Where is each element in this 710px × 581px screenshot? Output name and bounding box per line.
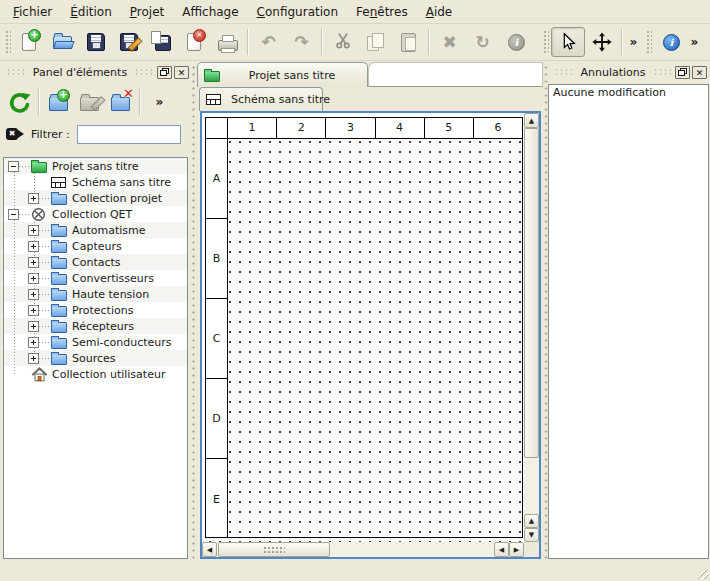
clear-filter-icon[interactable]	[6, 128, 24, 141]
save-as-button[interactable]	[112, 27, 145, 57]
tree-item-semi-conducteurs[interactable]: Semi-conducteurs	[4, 334, 187, 350]
expand-expander-icon[interactable]	[28, 273, 39, 284]
menu-edition[interactable]: Édition	[61, 2, 121, 22]
dock-close-button[interactable]	[174, 66, 189, 79]
vertical-scrollbar-thumb[interactable]	[524, 128, 539, 458]
new-document-button[interactable]	[13, 27, 46, 57]
tree-item-collection-utilisateur[interactable]: Collection utilisateur	[4, 366, 187, 382]
undo-button[interactable]: ↶	[252, 27, 285, 57]
filter-label: Filtrer :	[31, 128, 70, 141]
scrollbar-corner	[524, 542, 539, 557]
scroll-left-button-2[interactable]: ◀	[494, 542, 509, 557]
close-document-button[interactable]	[178, 27, 211, 57]
collapse-expander-icon[interactable]	[8, 161, 19, 172]
scroll-mode-button[interactable]	[585, 27, 618, 57]
expand-expander-icon[interactable]	[28, 305, 39, 316]
scroll-up-button[interactable]: ▲	[524, 113, 539, 128]
expand-expander-icon[interactable]	[28, 257, 39, 268]
undo-panel-titlebar[interactable]: Annulations	[548, 62, 710, 82]
tree-item-contacts[interactable]: Contacts	[4, 254, 187, 270]
save-all-button[interactable]	[145, 27, 178, 57]
toolbar-drag-handle[interactable]	[4, 29, 11, 55]
copy-button[interactable]	[359, 27, 392, 57]
menu-fichier[interactable]: Fichier	[4, 2, 61, 22]
reload-collection-button[interactable]	[4, 87, 35, 118]
expand-expander-icon[interactable]	[28, 193, 39, 204]
tree-item-collection-qet[interactable]: Collection QET	[4, 206, 187, 222]
filter-input[interactable]	[77, 125, 181, 144]
dock-float-button[interactable]	[157, 66, 172, 79]
delete-icon: ✖	[438, 31, 461, 53]
toolbar-drag-handle[interactable]	[645, 29, 652, 55]
resize-grip[interactable]	[695, 566, 708, 579]
undo-list-item[interactable]: Aucune modification	[549, 85, 708, 101]
tree-item-capteurs[interactable]: Capteurs	[4, 238, 187, 254]
menu-projet[interactable]: Projet	[121, 2, 173, 22]
tree-item-label: Collection QET	[52, 208, 132, 221]
tree-item-convertisseurs[interactable]: Convertisseurs	[4, 270, 187, 286]
about-qet-button[interactable]	[654, 27, 687, 57]
delete-button[interactable]: ✖	[433, 27, 466, 57]
vertical-scrollbar[interactable]: ▲ ▲ ▼	[524, 113, 539, 542]
down-arrow-icon: ▼	[529, 531, 534, 539]
horizontal-scrollbar[interactable]: ◀ ◀ ▶	[202, 542, 524, 557]
dock-close-button[interactable]	[692, 66, 707, 79]
redo-button[interactable]: ↷	[285, 27, 318, 57]
edit-category-button[interactable]	[74, 87, 105, 118]
cut-button[interactable]	[326, 27, 359, 57]
tab-bar-empty-area	[368, 62, 543, 87]
tree-item-collection-projet[interactable]: Collection projet	[4, 190, 187, 206]
expand-expander-icon[interactable]	[28, 225, 39, 236]
delete-category-button[interactable]	[105, 87, 136, 118]
folder-icon	[51, 271, 69, 285]
print-button[interactable]	[211, 27, 244, 57]
diagram-canvas[interactable]: 123456 ABCDE	[202, 113, 524, 542]
collapse-expander-icon[interactable]	[8, 209, 19, 220]
expand-expander-icon[interactable]	[28, 321, 39, 332]
horizontal-scrollbar-thumb[interactable]	[218, 542, 330, 557]
select-mode-button[interactable]	[551, 27, 585, 57]
rotate-button[interactable]: ↻	[466, 27, 499, 57]
menu-fenetres[interactable]: Fenêtres	[347, 2, 417, 22]
collection-toolbar: »	[0, 82, 192, 120]
toolbar-extension-button[interactable]: »	[152, 88, 167, 116]
undo-history-list: Aucune modification	[548, 84, 709, 559]
paste-button[interactable]	[392, 27, 425, 57]
tab-project[interactable]: Projet sans titre	[197, 62, 368, 87]
scroll-up-button-2[interactable]: ▲	[524, 514, 539, 528]
diagram-frame: 123456 ABCDE	[205, 117, 523, 538]
expand-expander-icon[interactable]	[28, 353, 39, 364]
tree-item-protections[interactable]: Protections	[4, 302, 187, 318]
menu-aide[interactable]: Aide	[417, 2, 462, 22]
save-icon	[84, 31, 107, 53]
toolbar-extension-button[interactable]: »	[626, 28, 641, 56]
tree-item-schema-sans-titre[interactable]: Schéma sans titre	[4, 174, 187, 190]
menu-configuration[interactable]: Configuration	[248, 2, 347, 22]
scroll-right-button[interactable]: ▶	[509, 542, 524, 557]
save-button[interactable]	[79, 27, 112, 57]
new-category-button[interactable]	[43, 87, 74, 118]
toolbar-extension-button[interactable]: »	[687, 28, 702, 56]
left-arrow-icon: ◀	[207, 546, 212, 554]
expand-expander-icon[interactable]	[28, 337, 39, 348]
tree-item-haute-tension[interactable]: Haute tension	[4, 286, 187, 302]
tree-item-recepteurs[interactable]: Récepteurs	[4, 318, 187, 334]
scroll-left-button[interactable]: ◀	[202, 542, 217, 557]
scroll-down-button[interactable]: ▼	[524, 528, 539, 542]
tree-item-label: Haute tension	[72, 288, 149, 301]
element-info-button[interactable]	[499, 27, 532, 57]
row-letter: B	[213, 252, 221, 265]
expand-expander-icon[interactable]	[28, 241, 39, 252]
cut-icon	[331, 31, 354, 53]
expand-expander-icon[interactable]	[28, 289, 39, 300]
elements-panel-titlebar[interactable]: Panel d'éléments	[0, 62, 192, 82]
menu-affichage[interactable]: Affichage	[173, 2, 247, 22]
tab-schema[interactable]: Schéma sans titre	[199, 87, 323, 111]
tree-item-automatisme[interactable]: Automatisme	[4, 222, 187, 238]
toolbar-drag-handle[interactable]	[542, 29, 549, 55]
tree-item-projet-sans-titre[interactable]: Projet sans titre	[4, 158, 187, 174]
left-splitter-handle[interactable]	[191, 62, 196, 560]
open-project-button[interactable]	[46, 27, 79, 57]
dock-float-button[interactable]	[675, 66, 690, 79]
tree-item-sources[interactable]: Sources	[4, 350, 187, 366]
